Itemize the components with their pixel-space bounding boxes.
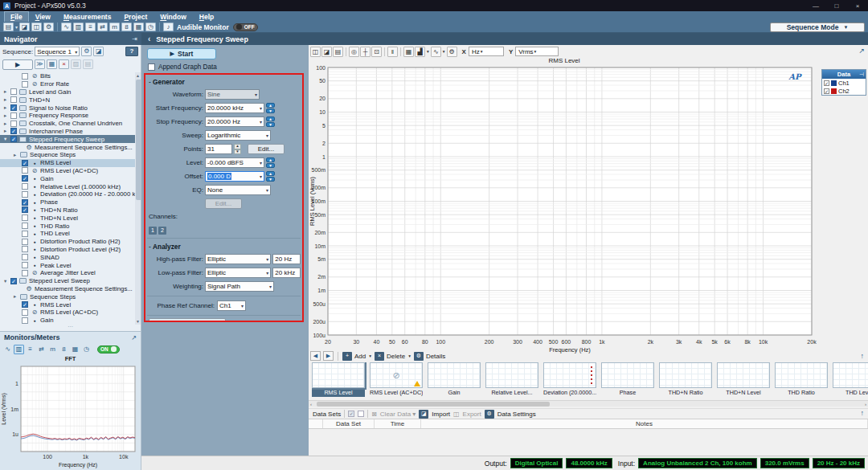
tree-item[interactable]: ●Deviation (20.0000 Hz - 20.0000 kHz) [0,190,135,198]
data-table-icon[interactable]: ▦ [403,47,414,57]
chevron-down-icon[interactable]: ▾ [15,24,18,30]
tree-item-checkbox[interactable]: ✓ [10,136,17,142]
tree-item-checkbox[interactable] [22,254,28,260]
tree-item[interactable]: ⚙Measurement Sequence Settings... [0,143,135,151]
startfrequency-combo[interactable]: 20.0000 kHz▾ [205,103,264,113]
trace-style-icon[interactable]: ∿ [431,47,441,57]
eq-select[interactable]: None▾ [205,185,271,195]
scroll-up-icon[interactable]: ▲ [135,72,141,79]
spin-up-icon[interactable]: ▲ [266,116,275,121]
next-result-icon[interactable]: ▶ [323,351,334,361]
tree-item-checkbox[interactable] [10,121,17,127]
generator-section-header[interactable]: Generator [147,76,301,88]
edit-points-button[interactable]: Edit... [248,144,285,154]
export-button[interactable]: Export [463,411,481,418]
tree-item[interactable]: ●Relative Level (1.00000 kHz) [0,182,135,190]
tree-item[interactable]: ⊘Error Rate [0,80,135,88]
tree-item-checkbox[interactable]: ✓ [22,301,28,308]
sequence-settings-icon[interactable]: ⚙ [81,47,92,56]
io-monitor-icon[interactable]: ▦ [70,345,80,354]
expander-closed-icon[interactable]: ▸ [14,293,20,300]
sweep-select[interactable]: Logarithmic▾ [205,130,271,141]
graph-settings-icon[interactable]: ⚙ [447,47,457,57]
expander-closed-icon[interactable]: ▸ [4,104,10,111]
previous-result-icon[interactable]: ◀ [310,351,321,361]
sequence-mode-button[interactable]: Sequence Mode ▼ [770,22,865,32]
sweep-monitor-icon[interactable]: ⇄ [97,22,108,31]
meters-icon[interactable]: m [47,345,58,354]
signal-monitor-icon[interactable]: ∿ [2,345,13,354]
time-column-header[interactable]: Time [375,419,421,428]
sequence-report-icon[interactable]: ▦ [47,59,57,69]
import-button[interactable]: Import [432,411,450,418]
tree-item-checkbox[interactable]: ✓ [10,278,17,284]
pan-icon[interactable]: ┼ [360,47,371,57]
scrollbar-thumb[interactable] [136,80,141,200]
expander-closed-icon[interactable]: ▸ [4,88,10,95]
result-thumbnail[interactable]: THD Ratio [775,362,828,399]
thumbnail-scrollbar[interactable]: ‹ › [309,400,868,407]
tree-item-checkbox[interactable]: ✓ [22,199,28,206]
lowpassfilter-select[interactable]: Elliptic▾ [205,268,271,278]
tree-item[interactable]: ▸Crosstalk, One Channel Undriven [0,120,135,128]
scroll-left-icon[interactable]: ‹ [310,401,312,407]
result-thumbnail[interactable]: Gain [428,362,481,399]
chevron-down-icon[interactable]: ▾ [427,49,429,54]
expander-closed-icon[interactable]: ▸ [4,112,10,119]
zoom-fit-icon[interactable]: ⊡ [371,47,382,57]
expander-open-icon[interactable]: ▾ [4,136,10,142]
tree-item[interactable]: ●SINAD [0,253,135,261]
result-thumbnail[interactable]: THD Level [833,362,868,399]
level-monitor-icon[interactable]: ▥ [73,22,84,31]
expander-open-icon[interactable]: ▾ [4,278,10,284]
tree-item[interactable]: ▸Level and Gain [0,88,135,96]
tree-item[interactable]: ▸Sequence Steps [0,292,135,300]
settling-icon[interactable]: 8 [121,22,132,31]
legend-checkbox[interactable]: ✓ [824,88,829,94]
result-thumbnail[interactable]: RMS Level [312,362,365,399]
result-thumbnail[interactable]: Phase [601,362,654,399]
tree-item[interactable]: ●THD+N Level [0,214,135,222]
tree-item-checkbox[interactable]: ✓ [22,206,28,213]
points-input[interactable]: 31 [205,144,232,154]
tree-item-checkbox[interactable] [22,73,28,80]
spinner-buttons[interactable]: ▲▼ [266,103,275,113]
tree-item-checkbox[interactable] [22,81,28,88]
cursors-icon[interactable]: ‖ [387,47,398,57]
project-settings-icon[interactable]: ⚙ [43,22,54,31]
legend-checkbox[interactable]: ✓ [824,80,829,86]
tree-item-checkbox[interactable]: ✓ [22,160,28,166]
spin-up-icon[interactable]: ▲ [266,171,275,176]
monitors-on-toggle[interactable]: ON [97,345,120,354]
tree-item[interactable]: ●Peak Level [0,261,135,269]
tree-item[interactable]: ⊘RMS Level (AC+DC) [0,167,135,175]
expander-closed-icon[interactable]: ▸ [4,96,10,103]
scroll-down-icon[interactable]: ▼ [135,318,141,325]
tree-item[interactable]: ▸✓Interchannel Phase [0,128,135,136]
tree-item-checkbox[interactable] [22,246,28,252]
spin-down-icon[interactable]: ▼ [266,177,275,182]
io-monitor-icon[interactable]: ▦ [133,22,144,31]
clear-sequence-data-icon[interactable]: × [59,59,69,69]
data-settings-button[interactable]: Data Settings [497,411,536,418]
stopfrequency-combo[interactable]: 20.0000 Hz▾ [205,116,264,127]
result-thumbnail[interactable]: THD+N Level [717,362,770,399]
sweep-monitor-icon[interactable]: ⇄ [36,345,47,354]
back-arrow-icon[interactable]: ‹ [148,35,150,43]
export-results-icon[interactable]: ↑ [861,352,865,360]
result-thumbnail[interactable]: THD+N Ratio [659,362,712,399]
result-thumbnail[interactable]: ⊘RMS Level (AC+DC) [370,362,423,399]
spin-down-icon[interactable]: ▼ [266,163,275,168]
tree-item[interactable]: ⚙Measurement Sequence Settings... [0,285,135,293]
result-thumbnail[interactable]: Deviation (20.0000... [543,362,596,399]
channel-1-button[interactable]: 1 [149,227,157,235]
tree-item-checkbox[interactable]: ✓ [10,128,17,134]
tree-item-checkbox[interactable]: ✓ [22,175,28,182]
highpassfilter-select[interactable]: Elliptic▾ [205,254,271,264]
tree-item[interactable]: ●THD Level [0,230,135,238]
scroll-right-icon[interactable]: › [865,401,866,407]
spin-down-icon[interactable]: ▼ [234,149,241,155]
speaker-icon[interactable]: ♪ [163,22,174,31]
chevron-down-icon[interactable]: ▾ [443,49,445,54]
tree-item[interactable]: ▾✓Stepped Frequency Sweep [0,135,135,143]
